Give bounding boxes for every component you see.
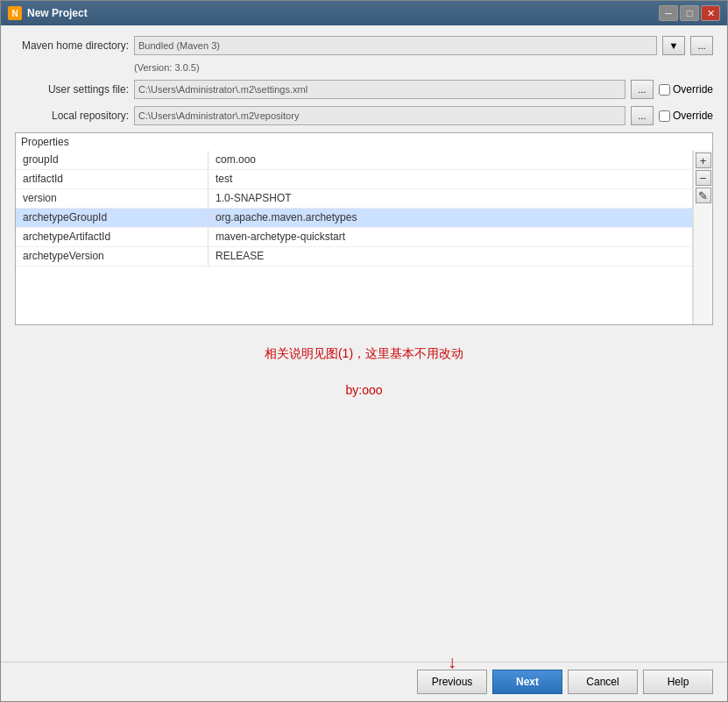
arrow-hint-icon: ↓ bbox=[448, 652, 456, 672]
prop-key-artifactid: artifactId bbox=[16, 170, 209, 188]
table-row[interactable]: groupId com.ooo bbox=[16, 151, 692, 170]
prop-key-archetypeartifactid: archetypeArtifactId bbox=[16, 228, 209, 246]
table-row[interactable]: artifactId test bbox=[16, 170, 692, 189]
info-text-container: 相关说明见图(1)，这里基本不用改动 bbox=[15, 332, 713, 369]
close-button[interactable]: ✕ bbox=[701, 5, 720, 21]
user-settings-override-checkbox[interactable] bbox=[659, 84, 670, 96]
info-text: 相关说明见图(1)，这里基本不用改动 bbox=[265, 346, 463, 360]
user-settings-label: User settings file: bbox=[15, 83, 129, 96]
add-property-button[interactable]: + bbox=[696, 152, 711, 168]
prop-value-groupid: com.ooo bbox=[209, 151, 692, 169]
user-settings-override-label: Override bbox=[659, 83, 713, 96]
table-row[interactable]: archetypeArtifactId maven-archetype-quic… bbox=[16, 228, 692, 247]
local-repo-browse[interactable]: ... bbox=[631, 106, 654, 125]
maven-version-text: (Version: 3.0.5) bbox=[15, 62, 713, 73]
maven-home-browse[interactable]: ... bbox=[690, 36, 713, 55]
table-row[interactable]: version 1.0-SNAPSHOT bbox=[16, 189, 692, 209]
main-content: Maven home directory: ▼ ... (Version: 3.… bbox=[1, 25, 727, 662]
minimize-button[interactable]: ─ bbox=[659, 5, 678, 21]
prop-key-archetypeversion: archetypeVersion bbox=[16, 247, 209, 266]
local-repo-input[interactable] bbox=[134, 106, 626, 125]
title-bar: N New Project ─ □ ✕ bbox=[1, 1, 727, 25]
user-settings-row: User settings file: ... Override bbox=[15, 80, 713, 99]
properties-group-label: Properties bbox=[16, 133, 712, 151]
remove-property-button[interactable]: − bbox=[696, 170, 711, 186]
maven-home-input[interactable] bbox=[134, 36, 657, 55]
prop-key-version: version bbox=[16, 189, 209, 208]
prop-value-artifactid: test bbox=[209, 170, 692, 188]
local-repo-override-checkbox[interactable] bbox=[659, 110, 670, 122]
prop-value-archetypeversion: RELEASE bbox=[209, 247, 692, 266]
local-repo-override-label: Override bbox=[659, 110, 713, 122]
local-repo-row: Local repository: ... Override bbox=[15, 106, 713, 125]
title-bar-left: N New Project bbox=[8, 6, 88, 20]
maven-home-dropdown[interactable]: ▼ bbox=[662, 36, 685, 55]
local-repo-label: Local repository: bbox=[15, 110, 129, 122]
title-controls: ─ □ ✕ bbox=[659, 5, 720, 21]
window-title: New Project bbox=[27, 7, 88, 19]
prop-value-version: 1.0-SNAPSHOT bbox=[209, 189, 692, 208]
prop-key-archetypegroupid: archetypeGroupId bbox=[16, 209, 209, 227]
new-project-window: N New Project ─ □ ✕ Maven home directory… bbox=[0, 0, 728, 702]
maven-home-row: Maven home directory: ▼ ... bbox=[15, 36, 713, 55]
properties-group: Properties groupId com.ooo artifactId te… bbox=[15, 132, 713, 325]
prop-value-archetypeartifactid: maven-archetype-quickstart bbox=[209, 228, 692, 246]
table-row[interactable]: archetypeVersion RELEASE bbox=[16, 247, 692, 266]
properties-list: groupId com.ooo artifactId test version … bbox=[16, 151, 693, 324]
help-button[interactable]: Help bbox=[643, 670, 713, 694]
by-text: by:ooo bbox=[15, 376, 713, 404]
properties-table: groupId com.ooo artifactId test version … bbox=[16, 151, 712, 324]
cancel-button[interactable]: Cancel bbox=[568, 670, 638, 694]
user-settings-browse[interactable]: ... bbox=[631, 80, 654, 99]
window-icon: N bbox=[8, 6, 22, 20]
table-row[interactable]: archetypeGroupId org.apache.maven.archet… bbox=[16, 209, 692, 228]
prop-value-archetypegroupid: org.apache.maven.archetypes bbox=[209, 209, 692, 227]
user-settings-input[interactable] bbox=[134, 80, 626, 99]
previous-button[interactable]: Previous bbox=[417, 670, 487, 694]
next-button-container: ↓ Previous bbox=[417, 670, 487, 694]
edit-property-button[interactable]: ✎ bbox=[696, 188, 711, 203]
bottom-bar: ↓ Previous Next Cancel Help bbox=[1, 662, 727, 701]
properties-actions: + − ✎ bbox=[693, 151, 712, 324]
prop-key-groupid: groupId bbox=[16, 151, 209, 169]
next-button[interactable]: Next bbox=[492, 670, 562, 694]
maximize-button[interactable]: □ bbox=[680, 5, 699, 21]
maven-home-label: Maven home directory: bbox=[15, 39, 129, 52]
